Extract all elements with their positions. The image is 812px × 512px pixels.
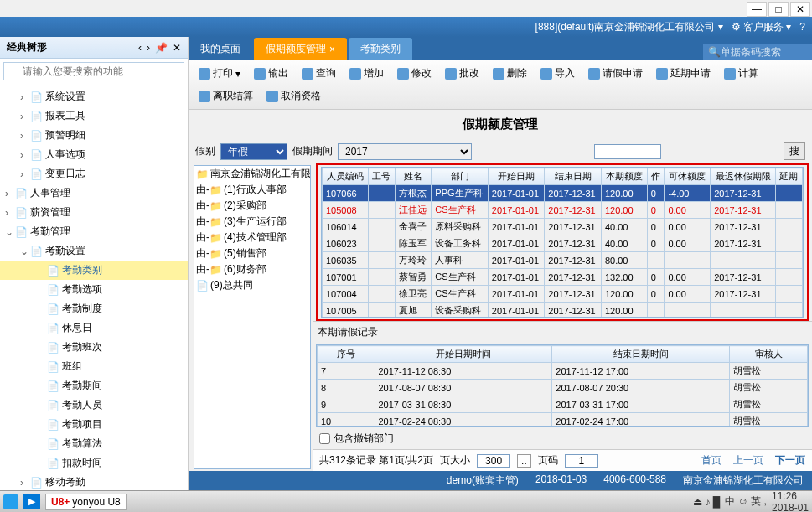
tab-attendance-type[interactable]: 考勤类别 — [349, 38, 412, 60]
dept-node[interactable]: 📁南京金浦锦湖化工有限公司 — [194, 166, 310, 182]
filter-search-input[interactable] — [594, 144, 661, 159]
nav-item[interactable]: 📄考勤算法 — [0, 434, 188, 453]
pager-first[interactable]: 首页 — [701, 453, 721, 468]
help-icon[interactable]: ? — [799, 21, 805, 33]
minimize-button[interactable]: ― — [747, 2, 767, 17]
include-revoked-checkbox[interactable] — [319, 433, 330, 444]
col-header[interactable]: 本期额度 — [601, 168, 647, 185]
account-dropdown[interactable]: [888](default)南京金浦锦湖化工有限公司 ▾ — [535, 20, 723, 34]
table-row[interactable]: 107004徐卫亮CS生产科2017-01-012017-12-31120.00… — [323, 286, 803, 303]
toolbar-延期申请[interactable]: 延期申请 — [651, 64, 716, 83]
barcode-search-input[interactable] — [721, 46, 807, 58]
nav-item[interactable]: ›📄人事管理 — [0, 184, 188, 203]
col-header[interactable]: 工号 — [368, 168, 395, 185]
pageno-input[interactable] — [565, 454, 598, 468]
table-row[interactable]: 107005夏旭设备采购科2017-01-012017-12-31120.00 — [323, 303, 803, 318]
nav-item[interactable]: ›📄人事选项 — [0, 145, 188, 164]
nav-item[interactable]: ›📄移动考勤 — [0, 473, 188, 490]
nav-item[interactable]: 📄考勤人员 — [0, 396, 188, 415]
filter-type-select[interactable]: 年假 — [220, 143, 287, 160]
nav-item[interactable]: 📄班组 — [0, 357, 188, 376]
maximize-button[interactable]: □ — [768, 2, 789, 17]
nav-item[interactable]: 📄考勤制度 — [0, 299, 188, 318]
col-header[interactable]: 部门 — [432, 168, 488, 185]
nav-item[interactable]: ›📄变更日志 — [0, 164, 188, 184]
nav-item[interactable]: 📄考勤选项 — [0, 280, 188, 299]
sidebar-close-icon[interactable]: ✕ — [173, 42, 181, 54]
dept-node[interactable]: 由-📁(3)生产运行部 — [194, 214, 310, 230]
nav-item[interactable]: ⌄📄考勤管理 — [0, 222, 188, 241]
nav-item[interactable]: ›📄薪资管理 — [0, 203, 188, 222]
chevron-left-icon[interactable]: ‹ — [138, 42, 142, 54]
chevron-right-icon[interactable]: › — [147, 42, 150, 54]
dept-node[interactable]: 由-📁(4)技术管理部 — [194, 230, 310, 246]
nav-item[interactable]: 📄扣款时间 — [0, 453, 188, 473]
sidebar-search-input[interactable] — [3, 62, 184, 80]
table-row[interactable]: 92017-03-31 08:302017-03-31 17:00胡雪松 — [318, 396, 808, 413]
toolbar-计算[interactable]: 计算 — [719, 64, 763, 83]
col-header[interactable]: 姓名 — [395, 168, 431, 185]
pagesize-apply-button[interactable]: .. — [517, 454, 531, 468]
table-row[interactable]: 106014金喜子原料采购科2017-01-012017-12-3140.000… — [323, 219, 803, 235]
toolbar-离职结算[interactable]: 离职结算 — [194, 86, 258, 106]
tab-leave-quota[interactable]: 假期额度管理 × — [254, 38, 347, 60]
taskbar-ime[interactable]: 中 ☺ 英 , — [725, 494, 767, 509]
table-row[interactable]: 82017-08-07 08:302017-08-07 20:30胡雪松 — [318, 380, 808, 396]
table-row[interactable]: 72017-11-12 08:302017-11-12 17:00胡雪松 — [318, 363, 808, 380]
tab-desktop[interactable]: 我的桌面 — [189, 38, 252, 60]
pager-prev[interactable]: 上一页 — [733, 453, 763, 468]
toolbar-输出[interactable]: 输出 — [249, 64, 293, 83]
nav-item[interactable]: ›📄系统设置 — [0, 87, 188, 106]
nav-item[interactable]: 📄考勤项目 — [0, 415, 188, 434]
col-header[interactable]: 开始日期时间 — [375, 346, 552, 363]
customer-service-link[interactable]: ⚙ 客户服务 ▾ — [732, 20, 792, 34]
nav-item[interactable]: 📄考勤类别 — [0, 261, 188, 280]
dept-node[interactable]: 由-📁(2)采购部 — [194, 198, 310, 214]
pager-next[interactable]: 下一页 — [775, 453, 805, 468]
toolbar-查询[interactable]: 查询 — [297, 64, 341, 83]
col-header[interactable]: 作 — [647, 168, 665, 185]
col-header[interactable]: 审核人 — [730, 346, 808, 363]
nav-item[interactable]: 📄考勤期间 — [0, 376, 188, 396]
nav-item[interactable]: ⌄📄考勤设置 — [0, 241, 188, 261]
tab-close-icon[interactable]: × — [329, 44, 335, 55]
nav-item[interactable]: 📄休息日 — [0, 318, 188, 338]
toolbar-删除[interactable]: 删除 — [488, 64, 532, 83]
taskbar-start-icon[interactable] — [3, 494, 18, 509]
taskbar-app-yonyou[interactable]: U8+ yonyou U8 — [45, 494, 127, 510]
dept-node[interactable]: 📄(9)总共同 — [194, 277, 310, 293]
table-row[interactable]: 105008江佳远CS生产科2017-01-012017-12-31120.00… — [323, 202, 803, 219]
dept-node[interactable]: 由-📁(5)销售部 — [194, 246, 310, 261]
toolbar-增加[interactable]: 增加 — [344, 64, 389, 83]
toolbar-请假申请[interactable]: 请假申请 — [583, 64, 648, 83]
pin-icon[interactable]: 📌 — [155, 42, 168, 54]
col-header[interactable]: 结束日期 — [545, 168, 602, 185]
nav-item[interactable]: ›📄报表工具 — [0, 106, 188, 126]
nav-item[interactable]: 📄考勤班次 — [0, 338, 188, 357]
barcode-search[interactable]: 🔍 — [703, 44, 812, 60]
toolbar-导入[interactable]: 导入 — [535, 64, 580, 83]
nav-item[interactable]: ›📄预警明细 — [0, 126, 188, 145]
col-header[interactable]: 结束日期时间 — [552, 346, 730, 363]
col-header[interactable]: 开始日期 — [488, 168, 545, 185]
col-header[interactable]: 可休额度 — [665, 168, 711, 185]
taskbar-app-1[interactable]: ▶ — [23, 494, 40, 509]
col-header[interactable]: 序号 — [318, 346, 375, 363]
col-header[interactable]: 延期 — [775, 168, 802, 185]
col-header[interactable]: 最迟休假期限 — [711, 168, 776, 185]
taskbar-tray-icons[interactable]: ⏏ ♪ █ — [693, 496, 720, 508]
dept-node[interactable]: 由-📁(1)行政人事部 — [194, 182, 310, 198]
dept-node[interactable]: 由-📁(6)财务部 — [194, 261, 310, 277]
filter-period-select[interactable]: 2017 — [338, 143, 472, 160]
table-row[interactable]: 107066方根杰PPG生产科2017-01-012017-12-31120.0… — [323, 185, 803, 202]
pagesize-input[interactable] — [477, 454, 510, 468]
table-row[interactable]: 102017-02-24 08:302017-02-24 17:00胡雪松 — [318, 413, 808, 427]
toolbar-打印[interactable]: 打印▾ — [194, 64, 246, 83]
table-row[interactable]: 106023陈玉军设备工务科2017-01-012017-12-3140.000… — [323, 235, 803, 252]
table-row[interactable]: 106035万玲玲人事科2017-01-012017-12-3180.00 — [323, 252, 803, 269]
toolbar-批改[interactable]: 批改 — [440, 64, 484, 83]
toolbar-取消资格[interactable]: 取消资格 — [261, 86, 326, 106]
search-button[interactable]: 搜 — [784, 142, 805, 160]
col-header[interactable]: 人员编码 — [323, 168, 369, 185]
table-row[interactable]: 107001蔡智勇CS生产科2017-01-012017-12-31132.00… — [323, 269, 803, 286]
